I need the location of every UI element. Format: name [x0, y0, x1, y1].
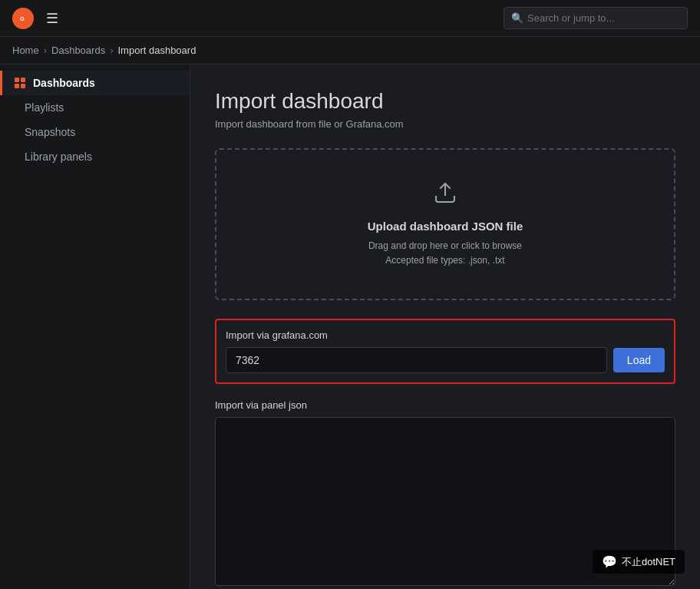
- content-area: Import dashboard Import dashboard from f…: [190, 65, 700, 589]
- search-input[interactable]: [504, 7, 688, 29]
- sidebar: Dashboards Playlists Snapshots Library p…: [0, 65, 190, 589]
- breadcrumb-sep-1: ›: [44, 45, 47, 56]
- breadcrumb-sep-2: ›: [110, 45, 113, 56]
- search-wrapper: 🔍: [504, 7, 688, 29]
- watermark-text: 不止dotNET: [622, 555, 675, 569]
- breadcrumb-dashboards[interactable]: Dashboards: [51, 45, 105, 56]
- dashboards-icon: [15, 78, 25, 88]
- topbar-left: G ☰: [12, 7, 61, 30]
- upload-title: Upload dashboard JSON file: [232, 220, 659, 233]
- import-grafana-focused-box: Import via grafana.com Load: [215, 319, 675, 384]
- main-layout: Dashboards Playlists Snapshots Library p…: [0, 65, 700, 589]
- grafana-load-button[interactable]: Load: [613, 348, 665, 372]
- sidebar-snapshots-label: Snapshots: [25, 126, 75, 138]
- sidebar-dashboards-label: Dashboards: [33, 77, 95, 89]
- import-json-label: Import via panel json: [215, 399, 675, 411]
- grafana-id-input[interactable]: [226, 347, 607, 373]
- breadcrumb-home[interactable]: Home: [12, 45, 39, 56]
- sidebar-item-playlists[interactable]: Playlists: [0, 95, 190, 120]
- sidebar-item-dashboards[interactable]: Dashboards: [0, 71, 190, 95]
- hamburger-button[interactable]: ☰: [43, 7, 61, 30]
- topbar: G ☰ 🔍: [0, 0, 700, 37]
- sidebar-item-snapshots[interactable]: Snapshots: [0, 120, 190, 144]
- import-grafana-section: Import via grafana.com Load: [215, 319, 675, 384]
- upload-hint-line2: Accepted file types: .json, .txt: [232, 253, 659, 268]
- breadcrumb: Home › Dashboards › Import dashboard: [0, 37, 700, 65]
- watermark: 💬 不止dotNET: [593, 550, 685, 574]
- sidebar-library-panels-label: Library panels: [25, 151, 92, 163]
- upload-area[interactable]: Upload dashboard JSON file Drag and drop…: [215, 148, 675, 300]
- svg-text:G: G: [20, 15, 25, 22]
- breadcrumb-current: Import dashboard: [117, 45, 196, 56]
- grafana-logo: G: [12, 8, 34, 29]
- upload-hint-line1: Drag and drop here or click to browse: [232, 239, 659, 253]
- page-title: Import dashboard: [215, 89, 675, 114]
- wechat-icon: 💬: [602, 554, 617, 569]
- import-grafana-row: Load: [226, 347, 665, 373]
- upload-icon: [232, 180, 659, 210]
- import-grafana-label: Import via grafana.com: [226, 329, 665, 341]
- page-subtitle: Import dashboard from file or Grafana.co…: [215, 118, 675, 130]
- sidebar-playlists-label: Playlists: [25, 101, 64, 114]
- sidebar-item-library-panels[interactable]: Library panels: [0, 144, 190, 169]
